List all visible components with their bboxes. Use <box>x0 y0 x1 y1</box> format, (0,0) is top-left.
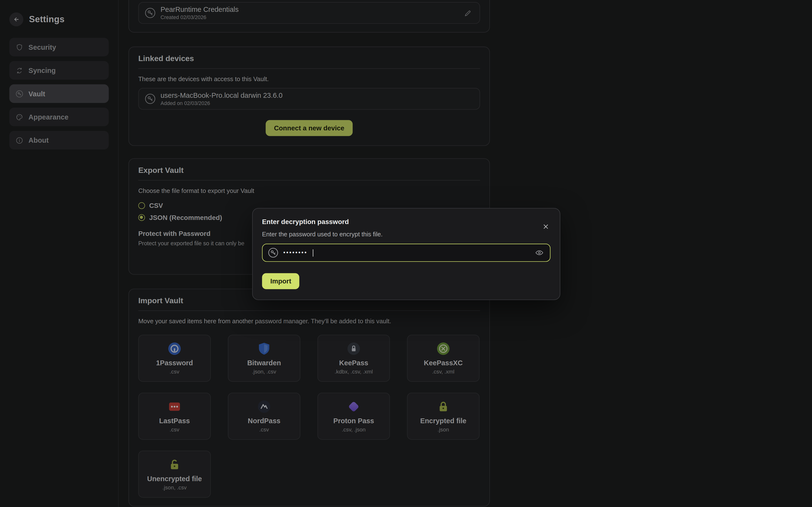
password-value: •••••••• <box>283 250 307 256</box>
settings-page: Settings Security Syncing Vault <box>0 0 812 507</box>
modal-description: Enter the password used to encrypt this … <box>262 231 551 238</box>
eye-icon[interactable] <box>534 247 545 258</box>
decryption-password-modal: Enter decryption password Enter the pass… <box>252 208 560 300</box>
text-cursor <box>313 249 313 257</box>
import-button[interactable]: Import <box>262 273 299 289</box>
password-input[interactable]: •••••••• <box>262 243 551 262</box>
key-icon <box>268 247 278 258</box>
modal-title: Enter decryption password <box>262 218 551 225</box>
close-icon[interactable] <box>540 221 552 232</box>
